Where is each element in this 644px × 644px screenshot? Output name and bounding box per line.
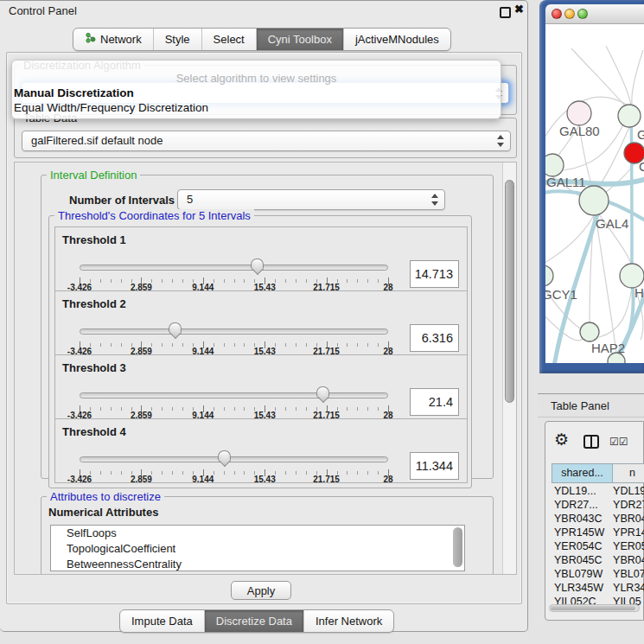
threshold-slider[interactable] <box>80 322 388 341</box>
slider-track[interactable] <box>80 456 388 462</box>
table-data-combobox[interactable]: galFiltered.sif default node <box>22 131 511 151</box>
slider-track[interactable] <box>80 265 388 271</box>
combo-arrows-icon <box>430 193 438 207</box>
numerical-attributes-list[interactable]: SelfLoopsTopologicalCoefficientBetweenne… <box>50 525 465 571</box>
popup-option-equal-width[interactable]: Equal Width/Frequency Discretization <box>14 101 208 114</box>
network-node[interactable] <box>618 105 641 127</box>
attribute-item[interactable]: BetweennessCentrality <box>51 557 464 571</box>
tab-impute-data[interactable]: Impute Data <box>120 610 205 632</box>
tab-label: Style <box>165 29 190 50</box>
apply-button[interactable]: Apply <box>231 581 291 600</box>
group-title: Threshold's Coordinates for 5 Intervals <box>54 209 254 222</box>
slider-track[interactable] <box>80 392 388 399</box>
zoom-traffic-light[interactable] <box>577 9 588 19</box>
window-title: Control Panel <box>9 4 77 17</box>
network-window-titlebar[interactable] <box>545 4 644 24</box>
table-cell: YLR34 <box>613 581 644 595</box>
popup-option-manual-discretization[interactable]: Manual Discretization <box>14 86 134 99</box>
threshold-slider[interactable] <box>80 258 388 277</box>
tick-label: 15.43 <box>254 475 276 484</box>
table-panel-header: Table Panel <box>538 393 644 418</box>
table-cell: YBL079W <box>552 567 613 581</box>
network-node-label: HAP2 <box>591 341 625 355</box>
tick-label: 9.144 <box>192 475 214 484</box>
checkboxes-icon[interactable]: ☑☑ <box>609 436 628 448</box>
threshold-card: Threshold 1 -3.4262.8599.14415.4321.7152… <box>54 226 468 291</box>
bottom-tab-strip: Impute Data Discretize Data Infer Networ… <box>119 609 394 633</box>
table-cell: YBR045C <box>552 553 613 567</box>
table-cell: YDL19 <box>613 484 644 498</box>
network-node-label: H <box>634 285 644 300</box>
threshold-card: Threshold 4 -3.4262.8599.14415.4321.7152… <box>54 418 468 483</box>
tab-select[interactable]: Select <box>202 29 257 50</box>
minimize-traffic-light[interactable] <box>564 9 575 19</box>
tab-jactivemnodules[interactable]: jActiveMNodules <box>344 29 450 50</box>
gear-icon[interactable]: ⚙ <box>554 430 569 450</box>
tab-cyni-toolbox[interactable]: Cyni Toolbox <box>257 29 344 50</box>
close-traffic-light[interactable] <box>552 9 562 19</box>
tab-label: Impute Data <box>131 610 193 632</box>
network-node[interactable] <box>579 186 609 215</box>
numerical-attributes-heading: Numerical Attributes <box>48 506 158 519</box>
network-canvas[interactable]: GAL80GACGAL11GAL4GCY1HHAP2 <box>545 24 644 363</box>
table-row[interactable]: YBR045CYBR04 <box>552 553 644 567</box>
slider-thumb[interactable] <box>316 386 329 397</box>
table-row[interactable]: YBR043CYBR04 <box>552 512 644 526</box>
table-data-group: Table Data galFiltered.sif default node <box>14 118 517 158</box>
table-cell: YLR345W <box>552 581 613 595</box>
network-node[interactable] <box>545 154 564 176</box>
table-cell: YPR14 <box>613 526 644 539</box>
attribute-item[interactable]: SelfLoops <box>51 526 464 541</box>
tab-style[interactable]: Style <box>154 29 202 50</box>
tab-label: jActiveMNodules <box>355 29 439 50</box>
table-row[interactable]: YPR145WYPR14 <box>552 526 644 539</box>
table-row[interactable]: YDR27...YDR27 <box>552 498 644 512</box>
table-row[interactable]: YER054CYER05 <box>552 539 644 553</box>
table-cell: YER05 <box>613 539 644 553</box>
network-node[interactable] <box>545 265 553 286</box>
number-of-intervals-label: Number of Intervals <box>69 194 175 207</box>
network-canvas-svg: GAL80GACGAL11GAL4GCY1HHAP2 <box>545 24 644 363</box>
tick-label: 2.859 <box>131 475 152 484</box>
threshold-slider[interactable] <box>80 386 388 405</box>
slider-thumb[interactable] <box>251 258 264 269</box>
combo-value: galFiltered.sif default node <box>31 134 163 147</box>
table-row[interactable]: YDL19...YDL19 <box>552 484 644 498</box>
interval-definition-group: Interval Definition Number of Intervals … <box>41 175 494 479</box>
scrollbar-thumb[interactable] <box>505 180 514 403</box>
network-icon <box>85 29 96 50</box>
scrollbar-track[interactable] <box>502 163 517 574</box>
slider-track[interactable] <box>80 328 388 335</box>
table-column-headers: shared... n <box>552 463 644 483</box>
network-node[interactable] <box>580 322 599 341</box>
tab-infer-network[interactable]: Infer Network <box>304 610 393 632</box>
horizontal-scrollbar[interactable] <box>549 604 640 612</box>
horizontal-scrollbar-thumb[interactable] <box>551 606 635 610</box>
threshold-value-field[interactable]: 14.713 <box>410 260 459 288</box>
settings-scroll-area: Interval Definition Number of Intervals … <box>14 162 517 575</box>
threshold-value-field[interactable]: 21.4 <box>410 388 459 416</box>
table-row[interactable]: YBL079WYBL07 <box>552 567 644 581</box>
column-header-name[interactable]: n <box>613 464 644 482</box>
threshold-value-field[interactable]: 6.316 <box>410 324 459 352</box>
threshold-card: Threshold 2 -3.4262.8599.14415.4321.7152… <box>54 290 468 355</box>
table-row[interactable]: YLR345WYLR34 <box>552 581 644 595</box>
network-node[interactable] <box>567 101 591 125</box>
slider-thumb[interactable] <box>169 322 182 333</box>
algorithm-popup: Select algorithm to view settings Manual… <box>11 60 501 119</box>
threshold-slider[interactable] <box>80 450 388 469</box>
threshold-label: Threshold 2 <box>62 297 126 310</box>
attribute-item[interactable]: TopologicalCoefficient <box>51 541 464 557</box>
threshold-value-field[interactable]: 11.344 <box>410 452 459 480</box>
float-window-icon[interactable] <box>500 7 511 18</box>
network-node[interactable] <box>620 264 644 288</box>
list-scrollbar[interactable] <box>453 527 462 567</box>
column-header-shared[interactable]: shared... <box>552 464 613 482</box>
close-icon[interactable]: ✖ <box>514 3 524 16</box>
split-columns-icon[interactable] <box>583 435 599 449</box>
tab-network[interactable]: Network <box>73 29 154 50</box>
tab-discretize-data[interactable]: Discretize Data <box>205 610 304 632</box>
tick-label: -3.426 <box>67 475 92 484</box>
number-of-intervals-combobox[interactable]: 5 <box>177 189 445 210</box>
slider-thumb[interactable] <box>218 450 231 461</box>
